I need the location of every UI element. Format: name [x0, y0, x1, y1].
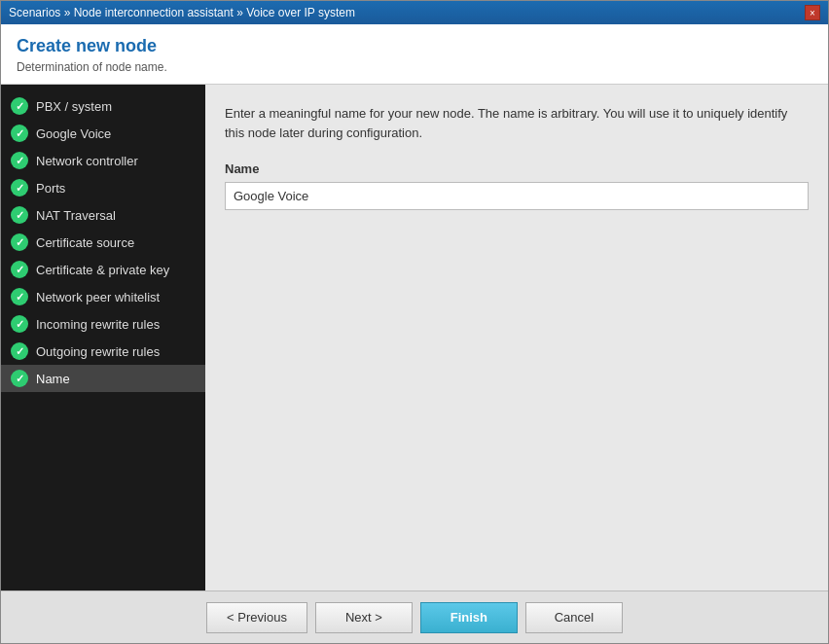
check-icon-google-voice: [11, 125, 28, 142]
sidebar-item-certificate-private-key[interactable]: Certificate & private key: [1, 256, 205, 283]
breadcrumb: Scenarios » Node interconnection assista…: [9, 6, 355, 19]
sidebar-item-name[interactable]: Name: [1, 365, 205, 392]
content-panel: Enter a meaningful name for your new nod…: [205, 85, 828, 590]
check-icon-outgoing-rewrite-rules: [11, 342, 28, 360]
check-icon-ports: [11, 179, 28, 197]
next-button[interactable]: Next >: [315, 602, 413, 633]
main-content: PBX / systemGoogle VoiceNetwork controll…: [1, 85, 828, 590]
sidebar-label-certificate-source: Certificate source: [36, 235, 134, 250]
sidebar-label-network-peer-whitelist: Network peer whitelist: [36, 290, 160, 304]
check-icon-certificate-source: [11, 233, 28, 251]
title-bar: Scenarios » Node interconnection assista…: [1, 1, 828, 24]
check-icon-name: [11, 370, 28, 387]
page-subtitle: Determination of node name.: [17, 60, 812, 74]
info-text: Enter a meaningful name for your new nod…: [225, 104, 809, 142]
check-icon-incoming-rewrite-rules: [11, 315, 28, 333]
sidebar: PBX / systemGoogle VoiceNetwork controll…: [1, 85, 205, 590]
name-label: Name: [225, 161, 809, 176]
page-title: Create new node: [17, 36, 812, 56]
sidebar-label-outgoing-rewrite-rules: Outgoing rewrite rules: [36, 344, 160, 359]
sidebar-label-google-voice: Google Voice: [36, 126, 111, 141]
sidebar-item-ports[interactable]: Ports: [1, 174, 205, 201]
header: Create new node Determination of node na…: [1, 24, 828, 85]
close-button[interactable]: ×: [805, 5, 820, 20]
cancel-button[interactable]: Cancel: [525, 602, 623, 633]
finish-button[interactable]: Finish: [420, 602, 518, 633]
name-input[interactable]: [225, 182, 809, 210]
footer: < Previous Next > Finish Cancel: [1, 590, 828, 643]
sidebar-label-pbx-system: PBX / system: [36, 99, 112, 114]
check-icon-certificate-private-key: [11, 261, 28, 278]
name-form-group: Name: [225, 161, 809, 210]
check-icon-network-controller: [11, 152, 28, 169]
sidebar-label-name: Name: [36, 372, 70, 386]
check-icon-network-peer-whitelist: [11, 288, 28, 305]
sidebar-label-certificate-private-key: Certificate & private key: [36, 263, 169, 277]
sidebar-item-outgoing-rewrite-rules[interactable]: Outgoing rewrite rules: [1, 338, 205, 365]
previous-button[interactable]: < Previous: [206, 602, 307, 633]
sidebar-item-network-peer-whitelist[interactable]: Network peer whitelist: [1, 283, 205, 310]
sidebar-label-ports: Ports: [36, 181, 65, 196]
main-window: Scenarios » Node interconnection assista…: [0, 0, 829, 644]
sidebar-item-pbx-system[interactable]: PBX / system: [1, 92, 205, 120]
sidebar-label-network-controller: Network controller: [36, 154, 138, 168]
sidebar-item-network-controller[interactable]: Network controller: [1, 147, 205, 174]
check-icon-nat-traversal: [11, 206, 28, 224]
sidebar-item-nat-traversal[interactable]: NAT Traversal: [1, 201, 205, 229]
sidebar-item-incoming-rewrite-rules[interactable]: Incoming rewrite rules: [1, 310, 205, 338]
sidebar-item-certificate-source[interactable]: Certificate source: [1, 229, 205, 256]
sidebar-label-nat-traversal: NAT Traversal: [36, 208, 116, 223]
sidebar-item-google-voice[interactable]: Google Voice: [1, 120, 205, 147]
sidebar-label-incoming-rewrite-rules: Incoming rewrite rules: [36, 317, 160, 332]
check-icon-pbx-system: [11, 97, 28, 115]
